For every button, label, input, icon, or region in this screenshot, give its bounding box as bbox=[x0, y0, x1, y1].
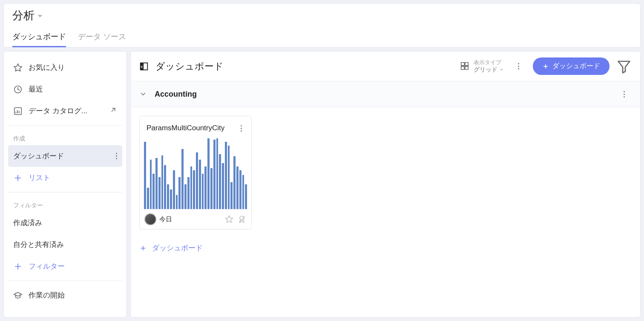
star-icon[interactable] bbox=[225, 215, 233, 224]
dashboard-icon bbox=[139, 62, 149, 71]
chart-bar bbox=[233, 156, 236, 209]
sidebar-item-add-list[interactable]: リスト bbox=[8, 167, 122, 189]
tab-dashboards[interactable]: ダッシュボード bbox=[12, 32, 66, 47]
chart-bar bbox=[196, 152, 198, 209]
new-dashboard-button[interactable]: ダッシュボード bbox=[533, 57, 610, 75]
filter-button[interactable] bbox=[616, 59, 632, 74]
sidebar: お気に入り 最近 データ カタログ... 作成 ダッシュボード bbox=[3, 51, 127, 318]
page-title: ダッシュボード bbox=[155, 60, 453, 73]
dashboard-card[interactable]: ParamsMultiCountryCity 今日 bbox=[139, 116, 252, 229]
star-icon bbox=[13, 63, 23, 72]
more-icon[interactable] bbox=[116, 153, 117, 159]
chart-bar bbox=[178, 177, 181, 209]
chart-bar bbox=[181, 149, 184, 209]
more-icon bbox=[624, 91, 625, 97]
chart-bar bbox=[167, 184, 169, 209]
sidebar-item-favorites[interactable]: お気に入り bbox=[8, 57, 122, 78]
grid-icon bbox=[460, 61, 469, 71]
sidebar-item-getting-started[interactable]: 作業の開始 bbox=[8, 284, 122, 306]
chart-bar bbox=[173, 170, 175, 209]
badge-icon[interactable] bbox=[238, 215, 246, 224]
group-more-button[interactable] bbox=[616, 86, 632, 102]
chart-bar bbox=[150, 160, 152, 209]
group-header: Accounting bbox=[131, 81, 640, 107]
view-type-selector[interactable]: 表示タイプ グリッド bbox=[460, 59, 504, 73]
more-options-button[interactable] bbox=[511, 59, 526, 74]
chart-bar bbox=[199, 160, 201, 209]
chart-bar bbox=[230, 182, 233, 209]
chart-bar bbox=[161, 155, 164, 209]
chart-bar bbox=[147, 188, 149, 209]
card-chart bbox=[140, 137, 251, 209]
chart-bar bbox=[239, 170, 242, 209]
main-header: ダッシュボード 表示タイプ グリッド ダ bbox=[131, 52, 640, 81]
more-icon bbox=[241, 125, 242, 132]
view-type-label: 表示タイプ bbox=[474, 59, 504, 66]
plus-icon bbox=[13, 262, 23, 271]
chart-bar bbox=[202, 174, 204, 209]
chart-bar bbox=[228, 146, 230, 209]
chevron-down-icon[interactable] bbox=[139, 90, 147, 98]
add-dashboard-label: ダッシュボード bbox=[152, 243, 203, 253]
section-label-filter: フィルター bbox=[8, 196, 122, 212]
chart-bar bbox=[164, 165, 166, 209]
chart-bar bbox=[213, 140, 216, 209]
view-type-value: グリッド bbox=[474, 66, 497, 73]
sidebar-item-label: お気に入り bbox=[29, 63, 117, 72]
sidebar-item-data-catalog[interactable]: データ カタログ... bbox=[8, 100, 122, 122]
section-label-create: 作成 bbox=[8, 129, 122, 145]
sidebar-item-label: データ カタログ... bbox=[29, 106, 104, 116]
group-name: Accounting bbox=[155, 90, 609, 99]
sidebar-item-label: 最近 bbox=[29, 84, 117, 94]
app-header: 分析 ダッシュボード データ ソース bbox=[3, 3, 641, 48]
svg-rect-13 bbox=[461, 63, 464, 66]
tab-datasources[interactable]: データ ソース bbox=[78, 32, 126, 47]
header-tabs: ダッシュボード データ ソース bbox=[12, 32, 632, 47]
chevron-down-icon bbox=[499, 67, 504, 72]
sidebar-item-dashboards[interactable]: ダッシュボード bbox=[8, 145, 122, 167]
chart-bar bbox=[176, 195, 178, 209]
chart-bar bbox=[216, 138, 218, 209]
app-title: 分析 bbox=[12, 8, 34, 23]
sidebar-item-label: リスト bbox=[29, 173, 117, 183]
chart-bar bbox=[222, 163, 224, 209]
svg-rect-15 bbox=[461, 66, 464, 69]
card-title: ParamsMultiCountryCity bbox=[147, 124, 235, 132]
chart-bar bbox=[204, 166, 207, 209]
chart-bar bbox=[242, 175, 244, 209]
chevron-down-icon bbox=[37, 13, 43, 19]
svg-marker-20 bbox=[226, 216, 233, 223]
chart-bar bbox=[210, 168, 213, 209]
sidebar-item-shared[interactable]: 自分と共有済み bbox=[8, 234, 122, 255]
chart-bar bbox=[225, 142, 227, 209]
avatar bbox=[145, 214, 156, 225]
svg-rect-14 bbox=[465, 63, 468, 66]
button-label: ダッシュボード bbox=[552, 62, 600, 71]
sidebar-item-created[interactable]: 作成済み bbox=[8, 212, 122, 234]
plus-icon bbox=[13, 173, 23, 183]
plus-icon bbox=[139, 244, 147, 252]
add-dashboard-link[interactable]: ダッシュボード bbox=[139, 241, 632, 255]
chart-bar bbox=[193, 170, 195, 209]
app-title-dropdown[interactable]: 分析 bbox=[12, 8, 632, 23]
chart-bar bbox=[158, 177, 161, 209]
chart-bar bbox=[184, 184, 187, 209]
chart-bar bbox=[245, 184, 247, 209]
chart-bar bbox=[207, 138, 210, 209]
sidebar-item-add-filter[interactable]: フィルター bbox=[8, 255, 122, 277]
content-area: ParamsMultiCountryCity 今日 bbox=[131, 107, 640, 317]
sidebar-item-recent[interactable]: 最近 bbox=[8, 78, 122, 100]
filter-icon bbox=[616, 59, 632, 74]
card-more-button[interactable] bbox=[235, 122, 247, 134]
clock-icon bbox=[13, 85, 23, 94]
svg-rect-2 bbox=[14, 107, 22, 115]
chart-bar bbox=[152, 174, 155, 209]
sidebar-item-label: ダッシュボード bbox=[13, 151, 110, 161]
chart-bar bbox=[144, 142, 146, 209]
chart-bar bbox=[187, 177, 190, 209]
chart-bar bbox=[219, 154, 221, 209]
external-link-icon bbox=[109, 106, 117, 116]
card-date: 今日 bbox=[159, 215, 221, 224]
graduation-cap-icon bbox=[13, 291, 23, 300]
sidebar-item-label: フィルター bbox=[29, 261, 117, 271]
